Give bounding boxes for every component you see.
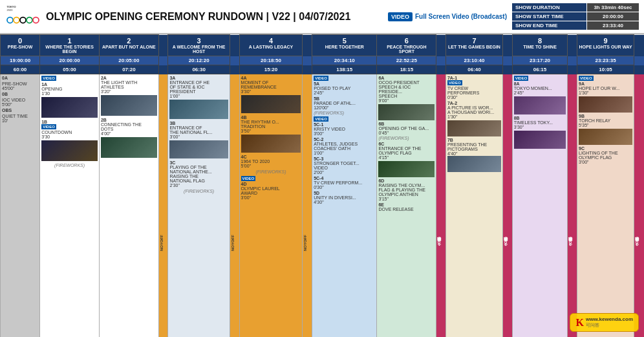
show-duration-label: SHOW DURATION bbox=[512, 3, 586, 12]
svg-point-3 bbox=[14, 17, 19, 23]
seg-header-7: 7 LET THE GAMES BEGIN bbox=[445, 35, 502, 56]
video-badge: VIDEO bbox=[388, 12, 413, 21]
seg-header-4: 4 A LASTING LEGACY bbox=[239, 35, 303, 56]
svg-point-5 bbox=[27, 17, 32, 23]
vert-bar-3-4: NOY・OFF bbox=[230, 74, 239, 338]
olympic-logo: TOKYO 2020 bbox=[5, 4, 41, 30]
seg-header-1: 1 WHERE THE STORIES BEGIN bbox=[40, 35, 100, 56]
svg-point-6 bbox=[33, 17, 39, 23]
watermark: K www.kewenda.com 可问答 bbox=[570, 313, 639, 332]
seg-header-0: 0 PRE-SHOW bbox=[1, 35, 40, 56]
vert-bar-8-9: ２次場転換(ON) bbox=[568, 74, 577, 338]
svg-text:2020: 2020 bbox=[7, 8, 14, 12]
seg-6-content: 6A OCOG PRESIDENTSPEECH & IOC PRESIDE...… bbox=[377, 74, 436, 338]
seg-header-9: 9 HOPE LIGHTS OUR WAY bbox=[577, 35, 634, 56]
rundown-table: 0 PRE-SHOW 1 WHERE THE STORIES BEGIN 2 A… bbox=[0, 34, 644, 337]
seg-header-3: 3 A WELCOME FROM THE HOST bbox=[168, 35, 230, 56]
seg-header-5: 5 HERE TOGETHER bbox=[312, 35, 377, 56]
seg-3-content: 3A ENTRANCE OF HEOF STATE & IOCPRESIDENT… bbox=[168, 74, 230, 338]
seg-0-content: 0A PRE-SHOW45'00" 0B IOC VIDEO5'00" OBS … bbox=[1, 74, 40, 338]
header-title: OLYMPIC OPENING CEREMONY RUNDOWN | V22 |… bbox=[46, 11, 388, 23]
show-end-value: 23:33:40 bbox=[587, 21, 639, 30]
broadcast-label: Full Screen Video (Broadcast) bbox=[415, 13, 507, 20]
duration-row: 60:00 05:00 07:20 06:30 15:20 138:15 18:… bbox=[1, 65, 644, 74]
vert-bar-final: ２次場転換(ON) bbox=[634, 74, 644, 338]
start-time-row: 19:00:00 20:00:00 20:05:00 20:12:20 20:1… bbox=[1, 56, 644, 65]
vert-bar-7-8: ２次場転換(ON) bbox=[503, 74, 513, 338]
seg-header-2: 2 APART BUT NOT ALONE bbox=[99, 35, 158, 56]
svg-text:TOKYO: TOKYO bbox=[7, 5, 16, 8]
seg-7-content: 7A-1 VIDEO TV CREWPERFORMERS0'30" 7A-2 A… bbox=[445, 74, 502, 338]
vert-bar-6-7: １次場転換(ON) bbox=[436, 74, 446, 338]
seg-header-8: 8 TIME TO SHINE bbox=[512, 35, 568, 56]
vert-bar-2-3: NOY・OFF bbox=[158, 74, 168, 338]
show-duration-value: 3h 33min 40sec bbox=[587, 3, 639, 12]
vert-bar-4-5: NOY・OFF bbox=[303, 74, 312, 338]
show-end-label: SHOW END TIME bbox=[512, 21, 586, 30]
content-row: 0A PRE-SHOW45'00" 0B IOC VIDEO5'00" OBS … bbox=[1, 74, 644, 338]
segment-header-row: 0 PRE-SHOW 1 WHERE THE STORIES BEGIN 2 A… bbox=[1, 35, 644, 56]
rundown-table-container: 0 PRE-SHOW 1 WHERE THE STORIES BEGIN 2 A… bbox=[0, 34, 644, 337]
seg-4-content: 4A MOMENT OFREMEMBRANCE3'30" 4B THE RHYT… bbox=[239, 74, 303, 338]
seg-1-content: VIDEO 1A OPENING1'30 1B VIDEO COUNTDOWN3… bbox=[40, 74, 100, 338]
svg-point-4 bbox=[20, 17, 26, 23]
show-start-label: SHOW START TIME bbox=[512, 12, 586, 21]
seg-8-content: VIDEO 8A TOKYO MOMEN...2'45" 8B TIMELESS… bbox=[512, 74, 568, 338]
seg-5-content: VIDEO 5A POISED TO PLAY2'45" 5B PARADE O… bbox=[312, 74, 377, 338]
show-start-value: 20:00:00 bbox=[587, 12, 639, 21]
watermark-site: www.kewenda.com bbox=[586, 316, 633, 322]
seg-9-content: VIDEO 9A HOPE LIT OUR W...1'30" 9B TORCH… bbox=[577, 74, 634, 338]
seg-header-6: 6 PEACE THROUGH SPORT bbox=[377, 35, 436, 56]
seg-2-content: 2A THE LIGHT WITHATHLETES3'20" 2B CONNEC… bbox=[99, 74, 158, 338]
svg-point-2 bbox=[7, 17, 13, 23]
